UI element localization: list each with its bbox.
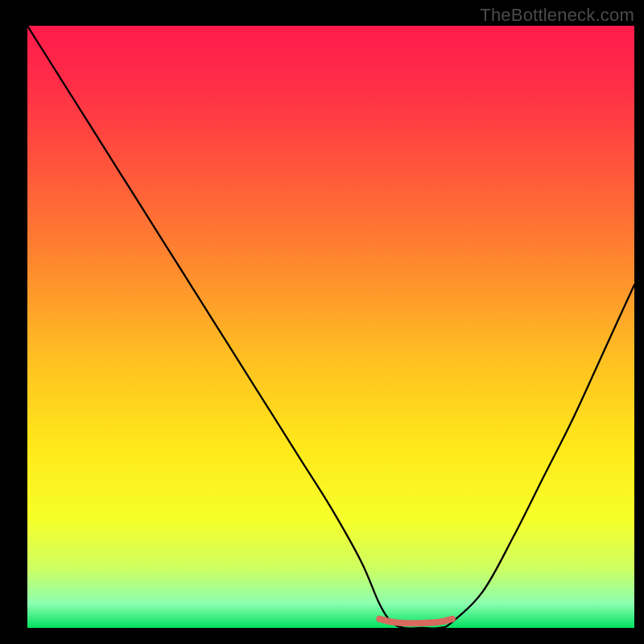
watermark-text: TheBottleneck.com	[480, 5, 634, 26]
plot-background	[27, 26, 634, 628]
bottleneck-chart	[0, 0, 644, 644]
chart-container: TheBottleneck.com	[0, 0, 644, 644]
